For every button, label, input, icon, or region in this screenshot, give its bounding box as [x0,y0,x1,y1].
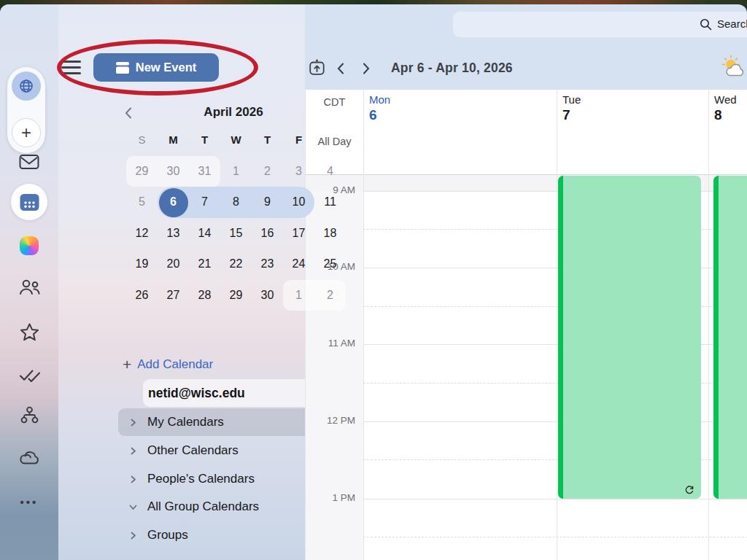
day-header-wed[interactable]: Wed8 [714,93,737,123]
mini-calendar-day[interactable]: 30 [252,280,283,311]
mini-calendar-day[interactable]: 29 [220,280,252,311]
event-color-bar [558,176,563,499]
more-options-icon[interactable]: ••• [0,496,58,508]
day-number: 8 [714,107,737,123]
mini-calendar-prev-button[interactable] [123,106,134,120]
day-number: 7 [562,107,581,123]
event-color-bar [713,176,719,499]
chevron-right-icon[interactable] [128,446,138,456]
mini-calendar-day[interactable]: 7 [189,187,220,217]
new-event-button[interactable]: New Event [93,53,219,82]
calendar-event[interactable] [558,176,701,499]
mini-calendar-days: 2930311234567891011121314151617181920212… [126,156,346,311]
chevron-right-icon[interactable] [128,531,138,540]
mini-calendar-day[interactable]: 16 [252,218,283,249]
day-column-border [363,90,364,560]
sidebar-section-label: All Group Calendars [147,493,259,521]
mini-calendar-day[interactable]: 29 [126,156,158,187]
mini-calendar-day[interactable]: 26 [126,280,158,311]
day-header-mon[interactable]: Mon6 [369,93,390,123]
mini-calendar-day[interactable]: 12 [126,218,158,249]
org-explorer-icon[interactable] [0,405,58,425]
hour-label: 12 PM [306,415,355,426]
sidebar-section-label: Groups [147,521,188,549]
mini-calendar-day[interactable]: 21 [189,249,220,279]
hour-label: 11 AM [306,338,355,349]
add-calendar-button[interactable]: + Add Calendar [123,356,213,373]
new-event-label: New Event [136,61,196,74]
mini-calendar-day[interactable]: 19 [126,249,158,279]
day-header-tue[interactable]: Tue7 [562,93,581,123]
todo-checkmarks-icon[interactable] [0,366,58,384]
previous-week-button[interactable] [335,61,347,76]
add-account-button[interactable]: + [12,118,41,147]
hour-label: 1 PM [306,492,355,503]
mini-calendar-day[interactable]: 5 [126,187,158,217]
day-name: Mon [369,93,390,106]
mini-day-header: T [189,131,220,149]
search-input[interactable]: Search [453,12,747,37]
half-hour-gridline [363,537,747,537]
account-switcher: + [7,67,45,153]
day-name: Tue [562,93,581,106]
sidebar-section-label: Other Calendars [147,437,239,464]
mail-icon[interactable] [0,154,58,170]
hamburger-menu-icon[interactable] [61,61,81,78]
mini-calendar-day[interactable]: 1 [220,156,252,187]
mini-calendar-day[interactable]: 14 [189,218,220,249]
mini-day-header: M [158,131,189,149]
mini-calendar-day[interactable]: 22 [220,249,252,279]
mini-calendar-day[interactable]: 30 [158,156,189,187]
mini-calendar-day[interactable]: 23 [252,249,283,279]
copilot-icon[interactable] [0,236,58,255]
go-to-today-icon[interactable] [309,59,325,76]
calendar-tab-selected[interactable] [11,184,47,220]
timezone-label: CDT [306,96,363,108]
weather-icon[interactable] [721,54,747,80]
mini-calendar-day[interactable]: 2 [314,280,346,311]
search-icon [700,18,712,31]
mini-calendar-day[interactable]: 10 [283,187,314,217]
calendar-event[interactable] [713,176,747,499]
mini-calendar-grid: 2930311234567891011121314151617181920212… [126,156,346,311]
favorites-star-icon[interactable] [0,322,58,343]
mini-calendar-day[interactable]: 9 [252,187,283,217]
mini-calendar-day[interactable]: 1 [283,280,314,311]
chevron-right-icon[interactable] [128,475,138,484]
people-icon[interactable] [0,279,58,295]
chevron-down-icon[interactable] [128,502,138,512]
calendar-sidebar-panel: April 2026 SMTWTFS 293031123456789101112… [58,4,305,560]
mini-calendar-day[interactable]: 6 [158,187,189,217]
onedrive-cloud-icon[interactable] [0,448,58,465]
add-calendar-label: Add Calendar [137,357,213,372]
mini-calendar-day[interactable]: 13 [158,218,189,249]
mini-calendar-day[interactable]: 27 [158,280,189,311]
day-column-border [557,90,557,560]
next-week-button[interactable] [360,61,372,76]
mini-calendar-day[interactable]: 8 [220,187,252,217]
mini-calendar-day[interactable]: 2 [252,156,283,187]
mini-calendar-day[interactable]: 15 [220,218,252,249]
sidebar-section-label: People's Calendars [147,465,255,493]
mini-calendar-day[interactable]: 31 [189,156,220,187]
sidebar-section-label: My Calendars [147,408,224,436]
mini-calendar-day[interactable]: 24 [283,249,314,279]
day-name: Wed [714,93,737,106]
search-label: Search [717,18,747,30]
day-number: 6 [369,107,390,123]
mini-calendar-day[interactable]: 17 [283,218,314,249]
mini-calendar-day[interactable]: 3 [283,156,314,187]
mini-calendar-day[interactable]: 4 [314,156,346,187]
calendar-week-view: CDT All Day Mon6Tue7Wed89 AM10 AM11 AM12… [305,90,747,560]
account-globe-icon[interactable] [12,71,41,101]
mini-calendar-day[interactable]: 28 [189,280,220,311]
all-day-label: All Day [306,136,363,147]
app-rail: + [0,4,58,560]
chevron-right-icon[interactable] [128,418,138,427]
mini-calendar-day[interactable]: 11 [314,187,346,217]
mini-calendar-day[interactable]: 18 [314,218,346,249]
mini-day-header: T [252,131,283,149]
mini-calendar-day[interactable]: 25 [314,249,346,279]
mini-day-header: S [126,131,158,149]
mini-calendar-day[interactable]: 20 [158,249,189,279]
